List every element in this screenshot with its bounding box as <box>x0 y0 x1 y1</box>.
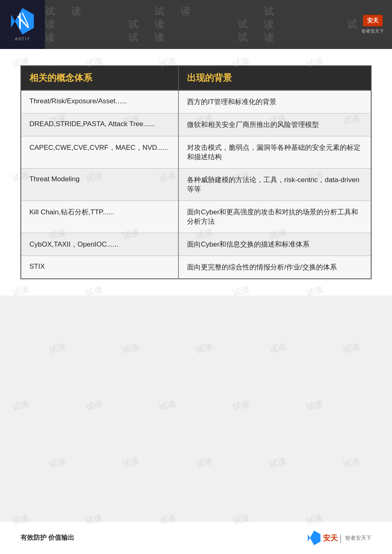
concept-cell: DREAD,STRIDE,PASTA, Attack Tree...... <box>21 113 178 136</box>
watermark-text: 试读 <box>305 398 324 413</box>
watermark-text: 试读 <box>342 341 361 356</box>
watermark-text: 试读 <box>232 398 250 413</box>
header-watermark: 试读 试读 试读 试读 试读 试读 试读 试读 <box>45 0 392 49</box>
page-header: ANTIY 试读 试读 试读 试读 试读 试读 试读 试读 安天 智者安天下 <box>0 0 392 49</box>
footer-brand: 安天 | 智者安天下 <box>307 531 372 545</box>
footer-slogan: 有效防护 价值输出 <box>20 534 74 542</box>
table-row: Kill Chain,钻石分析,TTP......面向Cyber和更高强度的攻击… <box>21 201 371 233</box>
logo-label: ANTIY <box>15 36 30 41</box>
table-row: CybOX,TAXII，OpenIOC......面向Cyber和信息交换的描述… <box>21 233 371 256</box>
watermark-text: 试读 <box>48 455 67 470</box>
background-cell: 对攻击模式，脆弱点，漏洞等各种基础的安全元素的标定和描述结构 <box>178 136 371 169</box>
concept-cell: STIX <box>21 256 178 279</box>
background-cell: 面向Cyber和信息交换的描述和标准体系 <box>178 233 371 256</box>
header-sub-brand: 智者安天下 <box>361 28 384 34</box>
page-footer: 有效防护 价值输出 安天 | 智者安天下 <box>0 521 392 554</box>
watermark-text: 试读 <box>11 398 30 413</box>
watermark-text: 试读 <box>121 455 140 470</box>
watermark-text: 试读 <box>268 455 287 470</box>
logo-area: ANTIY <box>0 0 45 49</box>
main-content: 相关的概念体系 出现的背景 Threat/Risk/Exposure/Asset… <box>0 49 392 296</box>
background-cell: 西方的IT管理和标准化的背景 <box>178 90 371 113</box>
background-cell: 面向更完整的综合性的情报分析/作业/交换的体系 <box>178 256 371 279</box>
header-right-brand: 安天 智者安天下 <box>361 15 384 34</box>
concept-cell: Threat/Risk/Exposure/Asset...... <box>21 90 178 113</box>
logo-hexagon <box>9 8 36 35</box>
table-row: STIX面向更完整的综合性的情报分析/作业/交换的体系 <box>21 256 371 279</box>
footer-logo-hex <box>307 531 321 545</box>
footer-sub-brand: 智者安天下 <box>345 534 372 542</box>
table-row: DREAD,STRIDE,PASTA, Attack Tree......微软和… <box>21 113 371 136</box>
brand-badge: 安天 <box>363 15 383 27</box>
background-cell: 各种威胁建模的方法论，工具，risk-centric，data-driven等等 <box>178 169 371 201</box>
watermark-text: 试读 <box>342 455 361 470</box>
concept-cell: Kill Chain,钻石分析,TTP...... <box>21 201 178 233</box>
background-cell: 面向Cyber和更高强度的攻击和对抗的场景的分析工具和分析方法 <box>178 201 371 233</box>
table-row: Threat Modeling各种威胁建模的方法论，工具，risk-centri… <box>21 169 371 201</box>
col2-header: 出现的背景 <box>178 66 371 90</box>
concept-cell: CAPEC,CWE,CVE,CVRF，MAEC，NVD...... <box>21 136 178 169</box>
table-row: Threat/Risk/Exposure/Asset......西方的IT管理和… <box>21 90 371 113</box>
col1-header: 相关的概念体系 <box>21 66 178 90</box>
footer-brand-name: 安天 <box>323 533 338 543</box>
watermark-text: 试读 <box>85 398 103 413</box>
watermark-text: 试读 <box>195 341 214 356</box>
concept-cell: CybOX,TAXII，OpenIOC...... <box>21 233 178 256</box>
watermark-text: 试读 <box>268 341 287 356</box>
table-row: CAPEC,CWE,CVE,CVRF，MAEC，NVD......对攻击模式，脆… <box>21 136 371 169</box>
watermark-text: 试读 <box>158 398 177 413</box>
concept-table: 相关的概念体系 出现的背景 Threat/Risk/Exposure/Asset… <box>20 65 372 279</box>
watermark-text: 试读 <box>48 341 67 356</box>
watermark-text: 试读 <box>121 341 140 356</box>
concept-cell: Threat Modeling <box>21 169 178 201</box>
watermark-text: 试读 <box>195 455 214 470</box>
background-cell: 微软和相关安全厂商所推出的风险管理模型 <box>178 113 371 136</box>
